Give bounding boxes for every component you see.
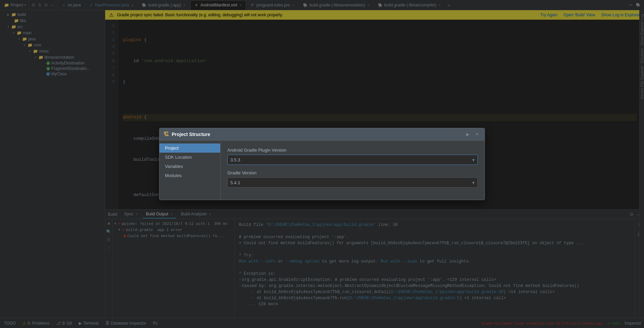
modal-sidebar-modules[interactable]: Modules bbox=[159, 171, 220, 180]
modal-body: Project SDK Location Variables Modules A… bbox=[159, 141, 485, 200]
modal-title: Project Structure bbox=[172, 132, 451, 137]
modal-title-bar: 🏗 Project Structure ◀ ▶ × bbox=[159, 128, 485, 141]
modal-nav-forward[interactable]: ▶ bbox=[464, 131, 471, 138]
form-group-gradle-version: Gradle Version 5.4.1 ▾ bbox=[227, 170, 478, 188]
plugin-version-label: Android Gradle Plugin Version bbox=[227, 148, 478, 153]
form-group-plugin-version: Android Gradle Plugin Version ▾ bbox=[227, 148, 478, 165]
modal-sidebar: Project SDK Location Variables Modules bbox=[159, 141, 221, 200]
modal-nav: ◀ ▶ bbox=[456, 131, 471, 138]
modal-overlay[interactable]: 🏗 Project Structure ◀ ▶ × Project SDK Lo… bbox=[0, 0, 644, 328]
modal-sidebar-variables[interactable]: Variables bbox=[159, 162, 220, 171]
project-structure-modal: 🏗 Project Structure ◀ ▶ × Project SDK Lo… bbox=[159, 128, 485, 200]
modal-sidebar-variables-label: Variables bbox=[165, 164, 183, 169]
modal-sidebar-project[interactable]: Project bbox=[159, 143, 220, 153]
gradle-version-arrow[interactable]: ▾ bbox=[472, 180, 475, 185]
modal-sidebar-sdk[interactable]: SDK Location bbox=[159, 153, 220, 162]
modal-sidebar-sdk-label: SDK Location bbox=[165, 155, 192, 160]
gradle-version-label: Gradle Version bbox=[227, 170, 478, 175]
modal-content: Android Gradle Plugin Version ▾ Gradle V… bbox=[221, 141, 485, 200]
plugin-version-input[interactable]: ▾ bbox=[227, 155, 478, 165]
modal-close-button[interactable]: × bbox=[474, 131, 480, 138]
gradle-version-dropdown[interactable]: 5.4.1 ▾ bbox=[227, 177, 478, 188]
modal-nav-back[interactable]: ◀ bbox=[456, 131, 463, 138]
modal-project-icon: 🏗 bbox=[164, 131, 169, 137]
plugin-version-field[interactable] bbox=[230, 157, 472, 162]
modal-sidebar-project-label: Project bbox=[165, 146, 178, 151]
plugin-version-dropdown-arrow[interactable]: ▾ bbox=[472, 157, 475, 162]
gradle-version-value: 5.4.1 bbox=[230, 180, 240, 185]
modal-sidebar-modules-label: Modules bbox=[165, 173, 182, 178]
